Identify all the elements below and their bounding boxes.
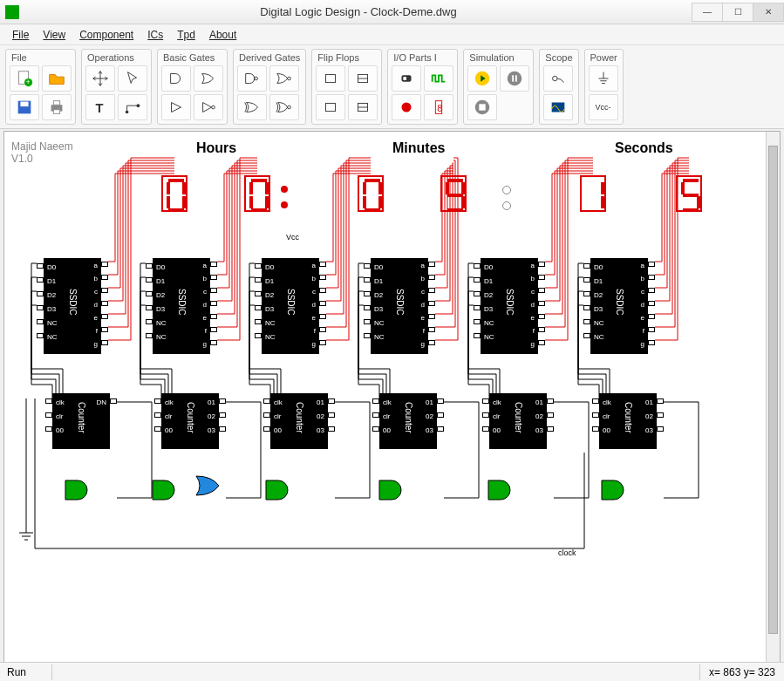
- svg-rect-4: [20, 102, 28, 107]
- cursor-coords: x= 863 y= 323: [699, 664, 784, 680]
- group-power-title: Power: [589, 51, 619, 65]
- window-title: Digital Logic Design - Clock-Deme.dwg: [24, 5, 692, 18]
- group-io: I/O Parts I 8: [387, 49, 458, 125]
- seven-segment-2: [358, 175, 384, 212]
- switch-tool[interactable]: [392, 65, 421, 92]
- text-tool[interactable]: T: [85, 94, 115, 120]
- menu-view[interactable]: View: [37, 27, 71, 43]
- svg-rect-29: [515, 75, 517, 81]
- svg-point-12: [255, 77, 258, 80]
- srff-tool[interactable]: [348, 94, 378, 120]
- nand-gate-tool[interactable]: [237, 65, 267, 92]
- led-tool[interactable]: [392, 94, 421, 120]
- seven-segment-5: [676, 175, 702, 212]
- menu-about[interactable]: About: [204, 27, 242, 43]
- group-ff-title: Flip Flops: [316, 51, 378, 65]
- nor-gate-tool[interactable]: [269, 65, 299, 92]
- svg-rect-15: [326, 74, 336, 82]
- minimize-button[interactable]: —: [692, 3, 723, 22]
- group-operations: Operations T: [81, 49, 152, 125]
- select-tool[interactable]: [118, 65, 147, 92]
- title-bar: Digital Logic Design - Clock-Deme.dwg — …: [0, 0, 784, 24]
- tff-tool[interactable]: [316, 94, 345, 120]
- svg-point-32: [553, 76, 558, 81]
- minutes-label: Minutes: [392, 140, 445, 156]
- seven-segment-1: [244, 175, 270, 212]
- menu-file[interactable]: File: [7, 27, 34, 43]
- svg-rect-7: [53, 110, 59, 114]
- and-gate-tool[interactable]: [161, 65, 191, 92]
- svg-rect-22: [404, 77, 407, 80]
- menu-tpd[interactable]: Tpd: [172, 27, 201, 43]
- ssdic-chip-4: SSDICD0D1D2D3NCNCabcdefg: [481, 258, 538, 354]
- vcc-label: Vcc: [286, 233, 299, 242]
- seven-segment-4: [580, 175, 606, 212]
- svg-text:T: T: [96, 101, 104, 115]
- group-derived-gates: Derived Gates: [233, 49, 306, 125]
- group-scope: Scope: [539, 49, 578, 125]
- wire-tool[interactable]: [118, 94, 147, 120]
- clock-tool[interactable]: [424, 65, 453, 92]
- group-basic-title: Basic Gates: [161, 51, 223, 65]
- status-bar: Run x= 863 y= 323: [0, 662, 784, 681]
- canvas-area[interactable]: Majid NaeemV1.0 Hours Minutes Seconds Vc…: [3, 131, 781, 681]
- svg-rect-33: [552, 103, 565, 112]
- app-icon: [5, 5, 19, 19]
- seven-segment-0: [161, 175, 187, 212]
- dff-tool[interactable]: [316, 65, 345, 92]
- jkff-tool[interactable]: [348, 65, 378, 92]
- counter-chip-2: Counterclkclr00010203: [270, 393, 328, 449]
- menu-ics[interactable]: ICs: [142, 27, 168, 43]
- ssdic-chip-5: SSDICD0D1D2D3NCNCabcdefg: [590, 258, 648, 354]
- svg-rect-6: [53, 101, 59, 106]
- vertical-scrollbar[interactable]: [766, 132, 780, 681]
- counter-chip-5: Counterclkclr00010203: [599, 393, 657, 449]
- counter-chip-0: Counterclkclr00DN: [52, 393, 110, 449]
- toolbox: File + Operations T Basic Gates Derived …: [0, 45, 784, 129]
- xnor-gate-tool[interactable]: [269, 94, 299, 120]
- buffer-tool[interactable]: [161, 94, 191, 120]
- ssdic-chip-1: SSDICD0D1D2D3NCNCabcdefg: [153, 258, 210, 354]
- svg-text:+: +: [26, 78, 31, 86]
- move-tool[interactable]: [85, 65, 115, 92]
- close-button[interactable]: ✕: [753, 3, 784, 22]
- ground-tool[interactable]: [589, 65, 618, 92]
- svg-rect-18: [326, 103, 336, 111]
- hours-label: Hours: [196, 140, 236, 156]
- clock-label: clock: [558, 548, 576, 557]
- seven-segment-3: [440, 175, 467, 212]
- stop-button[interactable]: [467, 94, 497, 120]
- group-sim-title: Simulation: [467, 51, 529, 65]
- ssd-tool[interactable]: 8: [424, 94, 453, 120]
- maximize-button[interactable]: ☐: [722, 3, 753, 22]
- colon-2: [501, 179, 510, 215]
- seconds-label: Seconds: [615, 140, 673, 156]
- new-file-button[interactable]: +: [10, 65, 39, 92]
- group-simulation: Simulation: [463, 49, 534, 125]
- pause-button[interactable]: [500, 65, 529, 92]
- play-button[interactable]: [467, 65, 497, 92]
- group-basic-gates: Basic Gates: [157, 49, 228, 125]
- print-button[interactable]: [42, 94, 72, 120]
- counter-chip-1: Counterclkclr00010203: [161, 393, 219, 449]
- not-gate-tool[interactable]: [194, 94, 223, 120]
- open-file-button[interactable]: [42, 65, 72, 92]
- probe-tool[interactable]: [543, 65, 573, 92]
- group-power: Power Vcc-: [584, 49, 624, 125]
- menu-bar: File View Component ICs Tpd About: [0, 24, 784, 45]
- counter-chip-3: Counterclkclr00010203: [379, 393, 437, 449]
- group-flipflops: Flip Flops: [311, 49, 382, 125]
- menu-component[interactable]: Component: [74, 27, 139, 43]
- svg-text:8: 8: [437, 103, 442, 113]
- schematic-canvas[interactable]: Majid NaeemV1.0 Hours Minutes Seconds Vc…: [4, 132, 761, 681]
- group-derived-title: Derived Gates: [237, 51, 302, 65]
- author-label: Majid NaeemV1.0: [11, 140, 73, 165]
- xor-gate-tool[interactable]: [237, 94, 267, 120]
- vcc-tool[interactable]: Vcc-: [589, 94, 618, 120]
- scope-view-button[interactable]: [543, 94, 573, 120]
- or-gate-tool[interactable]: [194, 65, 223, 92]
- svg-point-14: [288, 106, 291, 109]
- group-scope-title: Scope: [543, 51, 574, 65]
- save-file-button[interactable]: [10, 94, 39, 120]
- ssdic-chip-0: SSDICD0D1D2D3NCNCabcdefg: [44, 258, 101, 354]
